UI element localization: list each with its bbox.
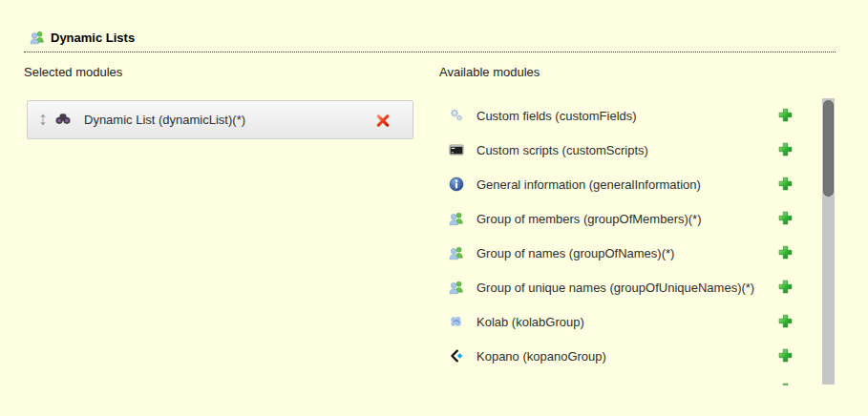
green-plus-icon — [778, 280, 794, 295]
add-module-button[interactable] — [778, 245, 794, 260]
terminal-icon — [449, 142, 464, 157]
kopano-icon — [449, 348, 464, 364]
available-module-label: Kopano (kopanoGroup) — [476, 349, 606, 364]
available-module-row: Group of names (groupOfNames)(*) — [434, 236, 836, 270]
add-module-button[interactable] — [778, 142, 794, 157]
group-icon — [449, 245, 464, 260]
green-plus-icon — [778, 383, 794, 385]
module-icon — [449, 383, 464, 385]
remove-module-button[interactable] — [375, 113, 391, 128]
available-module-label: Custom scripts (customScripts) — [476, 143, 648, 157]
available-module-row: Group of members (groupOfMembers)(*) — [434, 201, 836, 236]
add-module-button[interactable] — [778, 280, 794, 295]
section-header: Dynamic Lists — [24, 30, 836, 52]
add-module-button[interactable] — [778, 177, 794, 192]
green-plus-icon — [778, 245, 794, 260]
available-modules-list: Custom fields (customFields) Custom scri… — [434, 98, 836, 385]
green-plus-icon — [778, 211, 794, 226]
group-icon — [30, 30, 45, 45]
drag-handle-icon[interactable] — [39, 114, 47, 126]
group-icon — [449, 211, 464, 226]
available-module-row — [434, 373, 836, 385]
info-icon — [449, 177, 464, 192]
green-plus-icon — [778, 314, 794, 329]
add-module-button[interactable] — [778, 383, 794, 385]
available-module-row: Custom fields (customFields) — [434, 98, 836, 133]
red-x-icon — [375, 113, 391, 128]
available-module-row: Custom scripts (customScripts) — [434, 133, 836, 167]
selected-module-row[interactable]: Dynamic List (dynamicList)(*) — [27, 100, 413, 139]
add-module-button[interactable] — [778, 314, 794, 329]
green-plus-icon — [778, 108, 794, 123]
available-module-label: Group of unique names (groupOfUniqueName… — [476, 281, 754, 295]
green-plus-icon — [778, 348, 794, 364]
available-module-label: Group of names (groupOfNames)(*) — [476, 246, 674, 260]
add-module-button[interactable] — [778, 108, 794, 123]
available-module-label: General information (generalInformation) — [476, 177, 701, 192]
available-modules-rows: Custom fields (customFields) Custom scri… — [434, 98, 836, 385]
kolab-icon — [449, 314, 464, 329]
scrollbar-thumb[interactable] — [823, 100, 834, 197]
available-module-row: Group of unique names (groupOfUniqueName… — [434, 270, 836, 304]
scrollbar[interactable] — [822, 98, 835, 385]
selected-module-label: Dynamic List (dynamicList)(*) — [84, 113, 245, 127]
selected-modules-label: Selected modules — [24, 65, 122, 79]
available-module-label: Custom fields (customFields) — [476, 109, 637, 123]
available-module-label: Group of members (groupOfMembers)(*) — [476, 212, 702, 226]
add-module-button[interactable] — [778, 348, 794, 364]
binoculars-icon — [55, 113, 71, 128]
add-module-button[interactable] — [778, 211, 794, 226]
gears-icon — [449, 108, 464, 123]
group-icon — [449, 280, 464, 295]
green-plus-icon — [778, 142, 794, 157]
available-module-row: Kolab (kolabGroup) — [434, 304, 836, 339]
available-module-row: Kopano (kopanoGroup) — [434, 339, 836, 373]
page-title: Dynamic Lists — [51, 31, 135, 45]
available-modules-label: Available modules — [439, 65, 540, 79]
available-module-row: General information (generalInformation) — [434, 167, 836, 201]
green-plus-icon — [778, 177, 794, 192]
available-module-label: Kolab (kolabGroup) — [476, 315, 584, 329]
